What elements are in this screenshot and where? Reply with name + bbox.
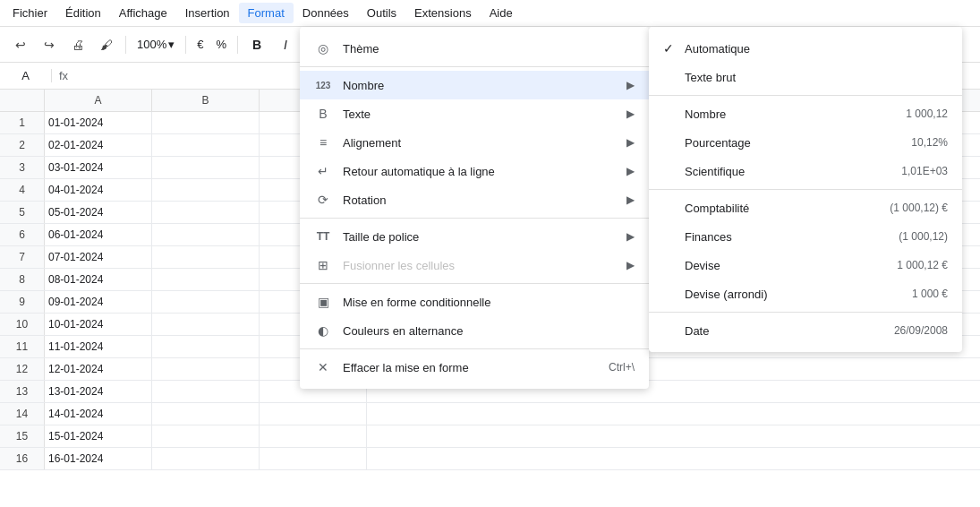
format-menu-item-texte[interactable]: B Texte ▶ bbox=[300, 99, 649, 128]
col-header-a[interactable]: A bbox=[45, 90, 152, 111]
number-submenu-item-devise_arrondi[interactable]: Devise (arrondi) 1 000 € bbox=[649, 279, 962, 308]
cell-a14[interactable]: 14-01-2024 bbox=[45, 403, 152, 425]
format-menu-item-mise-en-forme[interactable]: ▣ Mise en forme conditionnelle bbox=[300, 288, 649, 316]
cell-a2[interactable]: 02-01-2024 bbox=[45, 134, 152, 156]
alignement-arrow-icon: ▶ bbox=[626, 136, 635, 149]
menu-separator bbox=[300, 218, 649, 219]
cell-b3[interactable] bbox=[152, 157, 260, 178]
format-menu-item-rotation[interactable]: ⟳ Rotation ▶ bbox=[300, 185, 649, 214]
cell-a11[interactable]: 11-01-2024 bbox=[45, 336, 152, 357]
redo-button[interactable]: ↪ bbox=[36, 32, 63, 57]
cell-a8[interactable]: 08-01-2024 bbox=[45, 269, 152, 290]
bold-button[interactable]: B bbox=[243, 32, 270, 57]
number-submenu-item-devise[interactable]: Devise 1 000,12 € bbox=[649, 251, 962, 279]
format-menu-item-effacer[interactable]: ✕ Effacer la mise en forme Ctrl+\ bbox=[300, 353, 649, 382]
table-row[interactable]: 15 15-01-2024 bbox=[0, 425, 980, 448]
table-row[interactable]: 16 16-01-2024 bbox=[0, 448, 980, 470]
cell-b5[interactable] bbox=[152, 202, 260, 223]
nombre-value: 1 000,12 bbox=[906, 107, 948, 120]
format-menu-item-couleurs[interactable]: ◐ Couleurs en alternance bbox=[300, 316, 649, 345]
cell-b9[interactable] bbox=[152, 291, 260, 313]
menu-insertion[interactable]: Insertion bbox=[176, 3, 239, 23]
cell-a1[interactable]: 01-01-2024 bbox=[45, 112, 152, 133]
cell-b6[interactable] bbox=[152, 224, 260, 245]
cell-c16[interactable] bbox=[260, 448, 367, 469]
number-submenu-item-finances[interactable]: Finances (1 000,12) bbox=[649, 222, 962, 251]
cell-b11[interactable] bbox=[152, 336, 260, 357]
zoom-selector[interactable]: 100% ▾ bbox=[132, 36, 180, 53]
finances-value: (1 000,12) bbox=[899, 230, 948, 243]
menu-fichier[interactable]: Fichier bbox=[4, 3, 56, 23]
format-menu-item-retour[interactable]: ↵ Retour automatique à la ligne ▶ bbox=[300, 157, 649, 185]
number-submenu-item-nombre[interactable]: Nombre 1 000,12 bbox=[649, 99, 962, 128]
number-submenu-item-automatique[interactable]: ✓ Automatique bbox=[649, 34, 962, 63]
finances-label: Finances bbox=[685, 230, 899, 244]
cell-b4[interactable] bbox=[152, 179, 260, 201]
menu-extensions[interactable]: Extensions bbox=[405, 3, 481, 23]
cell-b15[interactable] bbox=[152, 425, 260, 447]
number-submenu[interactable]: ✓ Automatique Texte brut Nombre 1 000,12… bbox=[649, 27, 962, 352]
cell-b2[interactable] bbox=[152, 134, 260, 156]
number-submenu-item-comptabilite[interactable]: Comptabilité (1 000,12) € bbox=[649, 193, 962, 222]
submenu-separator bbox=[649, 189, 962, 190]
print-button[interactable]: 🖨 bbox=[64, 32, 91, 57]
number-submenu-item-pourcentage[interactable]: Pourcentage 10,12% bbox=[649, 128, 962, 157]
menu-edition[interactable]: Édition bbox=[56, 3, 110, 23]
menu-affichage[interactable]: Affichage bbox=[110, 3, 176, 23]
italic-button[interactable]: I bbox=[272, 32, 299, 57]
currency-button[interactable]: € bbox=[192, 36, 209, 53]
couleurs-icon: ◐ bbox=[314, 323, 332, 338]
format-dropdown[interactable]: ◎ Thème 123 Nombre ▶ B Texte ▶ ≡ Alignem… bbox=[300, 27, 649, 389]
cell-b12[interactable] bbox=[152, 358, 260, 380]
row-header: 12 bbox=[0, 358, 45, 380]
percent-button[interactable]: % bbox=[210, 36, 232, 53]
cell-a15[interactable]: 15-01-2024 bbox=[45, 425, 152, 447]
number-submenu-item-scientifique[interactable]: Scientifique 1,01E+03 bbox=[649, 157, 962, 185]
submenu-separator bbox=[649, 312, 962, 313]
automatique-label: Automatique bbox=[685, 42, 948, 56]
undo-button[interactable]: ↩ bbox=[7, 32, 34, 57]
cell-a3[interactable]: 03-01-2024 bbox=[45, 157, 152, 178]
cell-a12[interactable]: 12-01-2024 bbox=[45, 358, 152, 380]
paint-format-button[interactable]: 🖌 bbox=[93, 32, 120, 57]
alignement-label: Alignement bbox=[343, 136, 616, 150]
cell-b10[interactable] bbox=[152, 314, 260, 335]
row-header: 4 bbox=[0, 179, 45, 201]
cell-b1[interactable] bbox=[152, 112, 260, 133]
cell-c14[interactable] bbox=[260, 403, 367, 425]
cell-b8[interactable] bbox=[152, 269, 260, 290]
cell-a10[interactable]: 10-01-2024 bbox=[45, 314, 152, 335]
cell-reference[interactable]: A bbox=[7, 69, 52, 82]
cell-b16[interactable] bbox=[152, 448, 260, 469]
row-header: 5 bbox=[0, 202, 45, 223]
cell-a5[interactable]: 05-01-2024 bbox=[45, 202, 152, 223]
table-row[interactable]: 14 14-01-2024 bbox=[0, 403, 980, 425]
rotation-label: Rotation bbox=[343, 193, 616, 207]
texte-arrow-icon: ▶ bbox=[626, 107, 635, 120]
cell-a7[interactable]: 07-01-2024 bbox=[45, 246, 152, 268]
cell-c15[interactable] bbox=[260, 425, 367, 447]
number-submenu-item-date[interactable]: Date 26/09/2008 bbox=[649, 316, 962, 345]
cell-b7[interactable] bbox=[152, 246, 260, 268]
menu-format[interactable]: Format bbox=[239, 3, 294, 23]
row-header: 9 bbox=[0, 291, 45, 313]
format-menu-item-theme[interactable]: ◎ Thème bbox=[300, 34, 649, 63]
devise-label: Devise bbox=[685, 259, 897, 272]
date-value: 26/09/2008 bbox=[894, 324, 948, 337]
format-menu-item-alignement[interactable]: ≡ Alignement ▶ bbox=[300, 128, 649, 157]
menu-outils[interactable]: Outils bbox=[358, 3, 405, 23]
texte_brut-label: Texte brut bbox=[685, 71, 948, 84]
cell-a6[interactable]: 06-01-2024 bbox=[45, 224, 152, 245]
menu-aide[interactable]: Aide bbox=[481, 3, 522, 23]
number-submenu-item-texte_brut[interactable]: Texte brut bbox=[649, 63, 962, 91]
cell-b14[interactable] bbox=[152, 403, 260, 425]
cell-a16[interactable]: 16-01-2024 bbox=[45, 448, 152, 469]
cell-a13[interactable]: 13-01-2024 bbox=[45, 381, 152, 402]
menu-donnees[interactable]: Données bbox=[294, 3, 358, 23]
cell-a4[interactable]: 04-01-2024 bbox=[45, 179, 152, 201]
format-menu-item-taille[interactable]: TT Taille de police ▶ bbox=[300, 222, 649, 251]
col-header-b[interactable]: B bbox=[152, 90, 260, 111]
cell-b13[interactable] bbox=[152, 381, 260, 402]
format-menu-item-nombre[interactable]: 123 Nombre ▶ bbox=[300, 71, 649, 99]
cell-a9[interactable]: 09-01-2024 bbox=[45, 291, 152, 313]
